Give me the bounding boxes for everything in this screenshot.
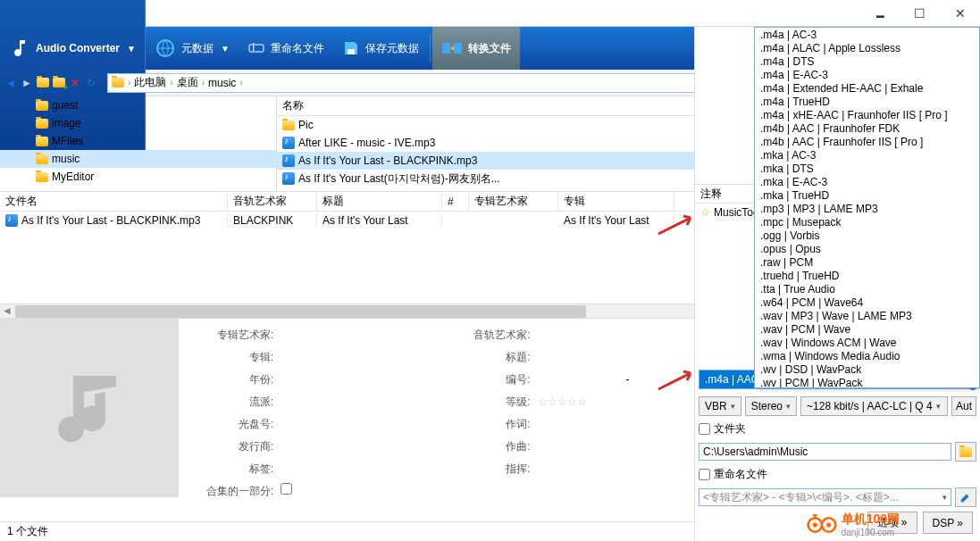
format-option[interactable]: .m4a | AC-3 xyxy=(755,28,979,41)
svg-rect-5 xyxy=(454,43,462,54)
maximize-button[interactable]: ☐ xyxy=(900,0,940,27)
format-option[interactable]: .m4a | Extended HE-AAC | Exhale xyxy=(755,81,979,95)
val-composer[interactable] xyxy=(538,437,718,456)
tree-item[interactable]: image xyxy=(0,114,276,132)
format-option[interactable]: .m4a | DTS xyxy=(755,54,979,68)
format-option[interactable]: .wv | PCM | WavPack xyxy=(755,376,979,388)
forward-button[interactable]: ► xyxy=(20,76,34,90)
val-rating[interactable]: ☆☆☆☆☆ xyxy=(538,393,718,412)
val-genre[interactable] xyxy=(281,393,461,412)
breadcrumb-item[interactable]: 桌面 xyxy=(177,75,198,90)
breadcrumb-item[interactable]: 此电脑 xyxy=(134,75,166,90)
bitrate-select[interactable]: ~128 kbit/s | AAC-LC | Q 4▾ xyxy=(800,396,948,416)
format-option[interactable]: .wma | Windows Media Audio xyxy=(755,349,979,362)
format-option[interactable]: .m4b | AAC | Fraunhofer IIS [ Pro ] xyxy=(755,135,979,148)
format-option[interactable]: .m4a | xHE-AAC | Fraunhofer IIS [ Pro ] xyxy=(755,108,979,121)
lbl-publisher: 发行商: xyxy=(193,437,273,456)
new-folder-button[interactable] xyxy=(36,76,50,90)
lbl-trackno: 编号: xyxy=(468,370,531,389)
svg-text:I: I xyxy=(252,41,255,54)
format-option[interactable]: .opus | Opus xyxy=(755,242,979,255)
val-tags[interactable] xyxy=(281,460,461,479)
lbl-track-artist: 音轨艺术家: xyxy=(468,326,531,345)
lbl-year: 年份: xyxy=(193,370,273,389)
vbr-select[interactable]: VBR▾ xyxy=(699,396,741,416)
folder-icon xyxy=(36,154,48,164)
tree-item[interactable]: MFiles xyxy=(0,132,276,150)
stereo-select[interactable]: Stereo▾ xyxy=(745,396,797,416)
delete-button[interactable]: ✕ xyxy=(68,76,82,90)
file-count: 1 个文件 xyxy=(7,524,48,539)
dsp-button[interactable]: DSP » xyxy=(923,512,973,534)
new-folder-plus-button[interactable]: + xyxy=(52,76,66,90)
format-option[interactable]: .mp3 | MP3 | LAME MP3 xyxy=(755,202,979,215)
logo-icon xyxy=(806,514,838,536)
format-option[interactable]: .m4a | TrueHD xyxy=(755,95,979,108)
format-option[interactable]: .raw | PCM xyxy=(755,255,979,269)
rename-pattern[interactable]: <专辑艺术家> - <专辑>\<编号>. <标题>... ▾ xyxy=(699,488,951,506)
lbl-composer: 作曲: xyxy=(468,437,531,456)
col-num[interactable]: # xyxy=(442,192,469,211)
format-option[interactable]: .wv | DSD | WavPack xyxy=(755,362,979,376)
auto-button[interactable]: Aut xyxy=(951,396,976,416)
tree-item[interactable]: MyEditor xyxy=(0,168,276,186)
val-publisher[interactable] xyxy=(281,437,461,456)
output-folder-checkbox[interactable] xyxy=(699,423,710,435)
rename-files-checkbox[interactable] xyxy=(699,469,710,480)
col-album-artist[interactable]: 专辑艺术家 xyxy=(469,192,558,211)
format-option[interactable]: .tta | True Audio xyxy=(755,282,979,295)
folder-tree[interactable]: guestimageMFilesmusicMyEditor xyxy=(0,96,277,191)
val-year[interactable] xyxy=(281,370,461,389)
format-option[interactable]: .w64 | PCM | Wave64 xyxy=(755,295,979,309)
format-option[interactable]: .wav | PCM | Wave xyxy=(755,322,979,336)
watermark-logo: 单机100网 danji100.com xyxy=(806,512,900,537)
format-option[interactable]: .m4b | AAC | Fraunhofer FDK xyxy=(755,121,979,135)
rename-edit-button[interactable] xyxy=(955,487,976,507)
refresh-button[interactable]: ↻ xyxy=(84,76,98,90)
output-folder-label: 文件夹 xyxy=(714,421,746,437)
val-track-artist[interactable] xyxy=(538,326,718,345)
val-album-artist[interactable] xyxy=(281,326,461,345)
save-metadata-button[interactable]: 保存元数据 xyxy=(333,27,428,70)
lbl-rating: 等级: xyxy=(468,393,531,412)
format-option[interactable]: .mka | TrueHD xyxy=(755,188,979,202)
val-trackno[interactable]: - xyxy=(538,370,718,389)
back-button[interactable]: ◄ xyxy=(4,76,18,90)
format-option[interactable]: .ogg | Vorbis xyxy=(755,229,979,242)
music-note-icon xyxy=(36,354,143,462)
format-option[interactable]: .mka | AC-3 xyxy=(755,148,979,162)
browse-folder-button[interactable] xyxy=(955,442,976,462)
format-option[interactable]: .wav | Windows ACM | Wave xyxy=(755,336,979,349)
format-option[interactable]: .mpc | Musepack xyxy=(755,215,979,229)
minimize-button[interactable]: 🗕 xyxy=(859,0,900,27)
format-option[interactable]: .mka | E-AC-3 xyxy=(755,175,979,188)
val-partofset[interactable] xyxy=(281,482,461,501)
format-dropdown-list[interactable]: .m4a | AC-3.m4a | ALAC | Apple Lossless.… xyxy=(754,27,980,388)
val-conductor[interactable] xyxy=(538,460,718,479)
col-filename[interactable]: 文件名 xyxy=(0,192,228,211)
output-folder-path[interactable]: C:\Users\admin\Music xyxy=(699,443,951,461)
format-option[interactable]: .truehd | TrueHD xyxy=(755,269,979,282)
col-track-artist[interactable]: 音轨艺术家 xyxy=(228,192,317,211)
tree-item[interactable]: music xyxy=(0,150,276,168)
col-title[interactable]: 标题 xyxy=(317,192,442,211)
col-album[interactable]: 专辑 xyxy=(558,192,674,211)
val-disc[interactable] xyxy=(281,415,461,434)
val-album[interactable] xyxy=(281,348,461,367)
tree-item[interactable]: guest xyxy=(0,96,276,114)
rename-files-button[interactable]: I 重命名文件 xyxy=(239,27,333,70)
convert-files-button[interactable]: 转换文件 xyxy=(432,27,520,70)
format-option[interactable]: .mka | DTS xyxy=(755,162,979,175)
partofset-checkbox[interactable] xyxy=(281,483,292,495)
val-title[interactable] xyxy=(538,348,718,367)
close-button[interactable]: ✕ xyxy=(940,0,980,27)
format-option[interactable]: .wav | MP3 | Wave | LAME MP3 xyxy=(755,309,979,322)
svg-rect-4 xyxy=(442,43,450,54)
format-option[interactable]: .m4a | E-AC-3 xyxy=(755,68,979,81)
format-option[interactable]: .m4a | ALAC | Apple Lossless xyxy=(755,41,979,54)
save-icon xyxy=(342,39,360,57)
album-art[interactable] xyxy=(0,319,179,497)
metadata-button[interactable]: 元数据 ▼ xyxy=(146,27,239,70)
breadcrumb-item[interactable]: music xyxy=(208,77,236,89)
val-lyrics[interactable] xyxy=(538,415,718,434)
